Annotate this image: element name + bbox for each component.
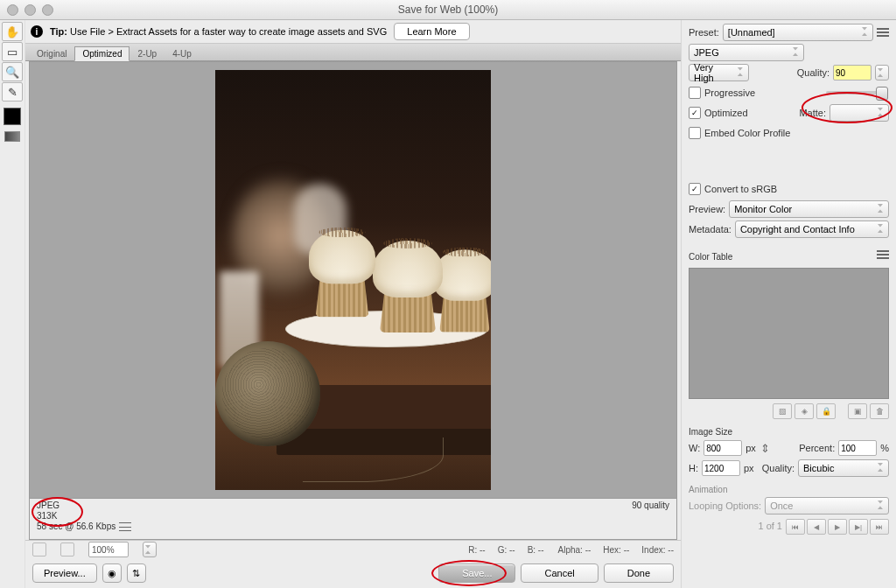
download-rate-menu-icon[interactable]	[119, 522, 131, 531]
toggle-slices-visibility[interactable]	[4, 131, 20, 142]
image-size-label: Image Size	[689, 427, 889, 437]
anim-prev-icon: ◀	[807, 519, 826, 535]
status-index: Index: --	[641, 545, 674, 555]
ct-new-color-icon[interactable]: ▣	[848, 403, 867, 419]
status-g: G: --	[498, 545, 515, 555]
format-select[interactable]: JPEG	[689, 44, 804, 61]
color-table-label: Color Table	[689, 252, 732, 262]
zoom-level-field[interactable]: 100%	[88, 542, 129, 557]
settings-sidebar: Preset: [Unnamed] JPEG Very High Quality…	[681, 20, 896, 588]
anim-first-icon: ⏮	[786, 519, 805, 535]
percent-unit: %	[880, 443, 889, 453]
animation-label: Animation	[689, 485, 889, 494]
metadata-label: Metadata:	[689, 224, 732, 234]
progressive-checkbox[interactable]	[689, 87, 701, 99]
slice-select-tool[interactable]: ▭	[2, 42, 23, 61]
progressive-label: Progressive	[704, 88, 755, 98]
eyedropper-tool[interactable]: ✎	[2, 82, 23, 102]
tab-2up[interactable]: 2-Up	[130, 46, 164, 60]
status-icon-b[interactable]	[60, 542, 74, 556]
quality-value-stepper[interactable]	[875, 65, 889, 80]
link-dimensions-icon[interactable]: ⇕	[760, 439, 772, 457]
titlebar: Save for Web (100%)	[0, 0, 896, 20]
preset-select[interactable]: [Unnamed]	[723, 24, 873, 41]
quality-label: Quality:	[797, 67, 830, 78]
info-icon: i	[31, 25, 43, 38]
learn-more-button[interactable]: Learn More	[394, 23, 469, 40]
preview-button[interactable]: Preview...	[32, 564, 97, 583]
info-format: JPEG	[37, 500, 131, 511]
ct-lock-icon[interactable]: 🔒	[816, 403, 836, 419]
tab-optimized[interactable]: Optimized	[74, 46, 130, 61]
ct-shift-web-icon[interactable]: ◈	[794, 403, 814, 419]
width-unit: px	[746, 443, 756, 453]
view-tabs: Original Optimized 2-Up 4-Up	[25, 44, 681, 61]
preset-flyout-menu-icon[interactable]	[877, 28, 889, 37]
resize-quality-select[interactable]: Bicubic	[798, 459, 889, 477]
preview-select[interactable]: Monitor Color	[729, 200, 889, 218]
ct-map-transparency-icon[interactable]: ▧	[773, 403, 792, 419]
tip-bar: i Tip: Use File > Extract Assets for a f…	[25, 20, 681, 44]
animation-frame-count: 1 of 1	[758, 521, 782, 531]
info-filesize: 313K	[37, 511, 131, 522]
preview-pane: JPEG 313K 58 sec @ 56.6 Kbps 90 quality	[29, 61, 677, 540]
percent-label: Percent:	[799, 443, 835, 453]
tab-4up[interactable]: 4-Up	[164, 46, 200, 60]
tool-strip: ✋ ▭ 🔍 ✎	[0, 20, 25, 588]
status-hex: Hex: --	[603, 545, 629, 555]
matte-select[interactable]	[830, 104, 889, 122]
anim-next-icon: ▶|	[849, 519, 868, 535]
width-label: W:	[689, 443, 700, 453]
quality-preset-select[interactable]: Very High	[689, 64, 749, 81]
anim-play-icon: ▶	[828, 519, 847, 535]
looping-select: Once	[765, 497, 889, 514]
zoom-tool[interactable]: 🔍	[2, 62, 23, 81]
optimized-label: Optimized	[704, 108, 748, 118]
width-field[interactable]	[704, 440, 742, 456]
color-table[interactable]	[689, 268, 889, 399]
quality-value-field[interactable]	[833, 65, 872, 80]
embed-profile-label: Embed Color Profile	[704, 128, 790, 138]
save-button[interactable]: Save...	[438, 564, 515, 583]
preview-label: Preview:	[689, 204, 725, 214]
status-alpha: Alpha: --	[558, 545, 592, 555]
height-field[interactable]	[702, 460, 740, 476]
looping-label: Looping Options:	[689, 500, 761, 511]
info-download-time: 58 sec @ 56.6 Kbps	[37, 522, 116, 532]
preset-label: Preset:	[689, 27, 719, 38]
convert-srgb-label: Convert to sRGB	[704, 184, 777, 194]
height-unit: px	[744, 463, 754, 473]
hand-tool[interactable]: ✋	[2, 22, 23, 41]
ct-delete-color-icon[interactable]: 🗑	[870, 403, 889, 419]
image-preview	[215, 70, 491, 490]
status-icon-a[interactable]	[32, 542, 46, 556]
percent-field[interactable]	[838, 440, 877, 456]
quality-slider[interactable]	[826, 91, 887, 94]
zoom-level-stepper[interactable]	[143, 542, 157, 557]
matte-label: Matte:	[799, 108, 826, 118]
status-b: B: --	[528, 545, 544, 555]
tip-text: Tip: Use File > Extract Assets for a fas…	[50, 26, 387, 37]
info-quality: 90 quality	[632, 500, 669, 537]
browser-preview-button[interactable]: ◉	[102, 564, 122, 583]
convert-srgb-checkbox[interactable]: ✓	[689, 183, 701, 195]
embed-profile-checkbox[interactable]	[689, 127, 701, 139]
cancel-button[interactable]: Cancel	[521, 564, 598, 583]
bottom-button-bar: Preview... ◉ ⇅ Save... Cancel Done	[25, 558, 681, 588]
resize-quality-label: Quality:	[762, 463, 794, 473]
done-button[interactable]: Done	[604, 564, 674, 583]
height-label: H:	[689, 463, 698, 473]
status-r: R: --	[468, 545, 485, 555]
tab-original[interactable]: Original	[29, 46, 74, 60]
canvas[interactable]	[30, 62, 676, 498]
optimized-checkbox[interactable]: ✓	[689, 107, 701, 119]
anim-last-icon: ⏭	[870, 519, 889, 535]
browser-preview-stepper[interactable]: ⇅	[127, 564, 146, 583]
eyedropper-color-swatch[interactable]	[4, 108, 21, 125]
color-table-flyout-menu-icon[interactable]	[877, 250, 889, 259]
metadata-select[interactable]: Copyright and Contact Info	[735, 220, 889, 238]
preview-info-strip: JPEG 313K 58 sec @ 56.6 Kbps 90 quality	[30, 498, 676, 539]
window-title: Save for Web (100%)	[0, 4, 896, 16]
status-bar: 100% R: -- G: -- B: -- Alpha: -- Hex: --…	[25, 540, 681, 558]
